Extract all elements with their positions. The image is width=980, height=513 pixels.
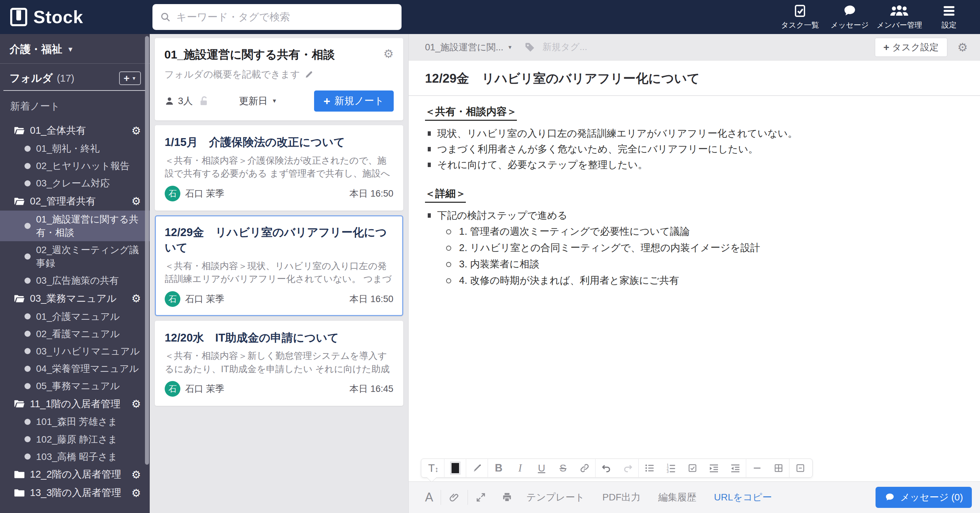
note-content-area[interactable]: 12/29金 リハビリ室のバリアフリー化について ＜共有・相談内容＞ 現状、リハ… — [409, 60, 980, 481]
note-group-row[interactable]: 02_看護マニュアル — [0, 325, 150, 343]
table-collapse-button[interactable] — [789, 459, 811, 477]
members-icon — [889, 4, 910, 18]
stock-logo-icon — [10, 8, 27, 26]
editor-header: 01_施設運営に関... ▼ + タスク設定 ⚙ — [409, 34, 980, 60]
section-heading: ＜詳細＞ — [425, 187, 466, 203]
nav-messages[interactable]: メッセージ — [825, 0, 875, 34]
note-card-selected[interactable]: 12/29金 リハビリ室のバリアフリー化について ＜共有・相談内容＞現状、リハビ… — [155, 215, 403, 316]
team-selector[interactable]: 介護・福祉 ▼ — [0, 34, 150, 63]
note-group-row[interactable]: 02_週次ミーティング議事録 — [0, 241, 150, 272]
nav-settings[interactable]: 設定 — [924, 0, 974, 34]
font-color-button[interactable] — [444, 459, 466, 477]
note-group-row[interactable]: 04_栄養管理マニュアル — [0, 360, 150, 377]
folder-row[interactable]: 01_全体共有 ⚙ — [0, 121, 150, 140]
chevron-down-icon: ▼ — [132, 76, 137, 81]
gear-icon[interactable]: ⚙ — [131, 487, 141, 499]
folder-header-card: 01_施設運営に関する共有・相談 ⚙ フォルダの概要を記載できます 3人 更新日… — [155, 38, 403, 121]
numbered-list-button[interactable]: 123 — [660, 459, 682, 477]
bold-button[interactable]: B — [488, 459, 509, 477]
global-search — [153, 4, 401, 30]
note-group-row[interactable]: 102_藤原 静江さま — [0, 431, 150, 448]
folder-description[interactable]: フォルダの概要を記載できます — [164, 68, 394, 81]
note-group-row[interactable]: 03_クレーム対応 — [0, 175, 150, 192]
sidebar-item-new-notes[interactable]: 新着ノート — [0, 91, 150, 119]
message-button[interactable]: メッセージ (0) — [875, 487, 972, 508]
new-note-button[interactable]: + 新規ノート — [314, 91, 394, 111]
font-style-button[interactable]: A — [417, 490, 441, 505]
text-size-button[interactable]: T↕ — [423, 459, 444, 477]
folder-open-icon — [14, 126, 27, 135]
table-button[interactable] — [768, 459, 789, 477]
note-group-row[interactable]: 103_高橋 昭子さま — [0, 448, 150, 465]
nav-members[interactable]: メンバー管理 — [875, 0, 924, 34]
indent-button[interactable] — [703, 459, 724, 477]
folder-row[interactable]: 02_管理者共有 ⚙ — [0, 192, 150, 211]
horizontal-rule-button[interactable] — [746, 459, 768, 477]
note-group-row[interactable]: 101_森田 芳雄さま — [0, 413, 150, 430]
table-icon — [773, 463, 784, 473]
folder-label: 11_1階の入居者管理 — [30, 397, 131, 411]
highlighter-button[interactable] — [466, 459, 488, 477]
checklist-button[interactable] — [682, 459, 703, 477]
settings-icon — [942, 4, 956, 18]
nav-task-list[interactable]: タスク一覧 — [775, 0, 825, 34]
avatar: 石 — [165, 291, 180, 307]
note-card[interactable]: 1/15月 介護保険法の改正について ＜共有・相談内容＞介護保険法が改正されたの… — [155, 125, 403, 211]
chevron-down-icon: ▼ — [67, 46, 74, 53]
note-group-row[interactable]: 01_介護マニュアル — [0, 308, 150, 325]
unlocked-icon[interactable] — [198, 95, 210, 107]
gear-icon[interactable]: ⚙ — [958, 40, 968, 54]
note-group-row[interactable]: 03_リハビリマニュアル — [0, 343, 150, 360]
bullet-icon — [24, 278, 30, 284]
print-button[interactable] — [494, 492, 520, 503]
copy-url-button[interactable]: URLをコピー — [714, 491, 772, 504]
folder-row[interactable]: 03_業務マニュアル ⚙ — [0, 289, 150, 308]
members-count[interactable]: 3人 — [164, 95, 193, 108]
note-card[interactable]: 12/20水 IT助成金の申請について ＜共有・相談内容＞新しく勤怠管理システム… — [155, 321, 403, 406]
folder-row[interactable]: 13_3階の入居者管理 ⚙ — [0, 484, 150, 502]
chevron-down-icon: ▼ — [508, 44, 512, 50]
note-group-row[interactable]: 03_広告施策の共有 — [0, 272, 150, 289]
note-group-row-selected[interactable]: 01_施設運営に関する共有・相談 — [0, 211, 150, 241]
outdent-button[interactable] — [724, 459, 746, 477]
bullet-icon — [24, 331, 30, 337]
task-list-icon — [793, 4, 807, 18]
expand-button[interactable] — [468, 492, 494, 503]
nav-label: メッセージ — [830, 20, 869, 30]
divider — [409, 95, 980, 96]
add-folder-button[interactable]: +▼ — [119, 71, 141, 85]
bullet-list-button[interactable] — [639, 459, 660, 477]
sort-selector[interactable]: 更新日 ▼ — [239, 95, 277, 108]
italic-button[interactable]: I — [509, 459, 531, 477]
note-list-panel: 01_施設運営に関する共有・相談 ⚙ フォルダの概要を記載できます 3人 更新日… — [150, 34, 408, 513]
folder-breadcrumb[interactable]: 01_施設運営に関... ▼ — [425, 41, 512, 53]
folder-row[interactable]: 11_1階の入居者管理 ⚙ — [0, 395, 150, 413]
search-input[interactable] — [176, 11, 394, 23]
bullet-item: 下記の検討ステップで進める — [425, 208, 964, 223]
gear-icon[interactable]: ⚙ — [131, 398, 141, 410]
template-button[interactable]: テンプレート — [527, 491, 585, 504]
gear-icon[interactable]: ⚙ — [131, 469, 141, 481]
edit-history-button[interactable]: 編集履歴 — [658, 491, 696, 504]
app-logo[interactable]: Stock — [10, 0, 83, 34]
strikethrough-button[interactable]: S — [552, 459, 574, 477]
gear-icon[interactable]: ⚙ — [131, 124, 141, 137]
folder-row[interactable]: 12_2階の入居者管理 ⚙ — [0, 465, 150, 484]
sidebar-scrollbar[interactable] — [145, 36, 149, 465]
new-tag-input[interactable] — [542, 42, 644, 52]
redo-button[interactable] — [617, 459, 638, 477]
gear-icon[interactable]: ⚙ — [131, 292, 141, 305]
task-settings-button[interactable]: + タスク設定 — [875, 38, 947, 57]
note-group-row[interactable]: 02_ヒヤリハット報告 — [0, 157, 150, 175]
undo-button[interactable] — [595, 459, 617, 477]
pdf-export-button[interactable]: PDF出力 — [602, 491, 640, 504]
editor-footer: A テンプレート PDF出力 編集履歴 URLをコピー メッセージ (0) — [409, 481, 980, 513]
link-button[interactable] — [574, 459, 595, 477]
footer-menu: テンプレート PDF出力 編集履歴 URLをコピー — [527, 491, 772, 504]
gear-icon[interactable]: ⚙ — [383, 47, 394, 60]
attachment-button[interactable] — [441, 492, 468, 503]
note-group-row[interactable]: 05_事務マニュアル — [0, 377, 150, 395]
underline-button[interactable]: U — [531, 459, 552, 477]
note-group-row[interactable]: 01_朝礼・終礼 — [0, 140, 150, 157]
gear-icon[interactable]: ⚙ — [131, 195, 141, 208]
